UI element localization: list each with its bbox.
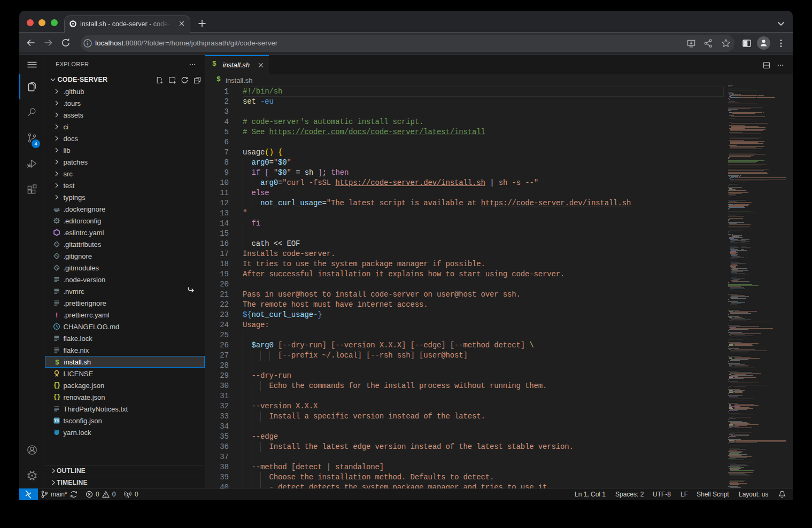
svg-text:TS: TS: [54, 418, 59, 423]
